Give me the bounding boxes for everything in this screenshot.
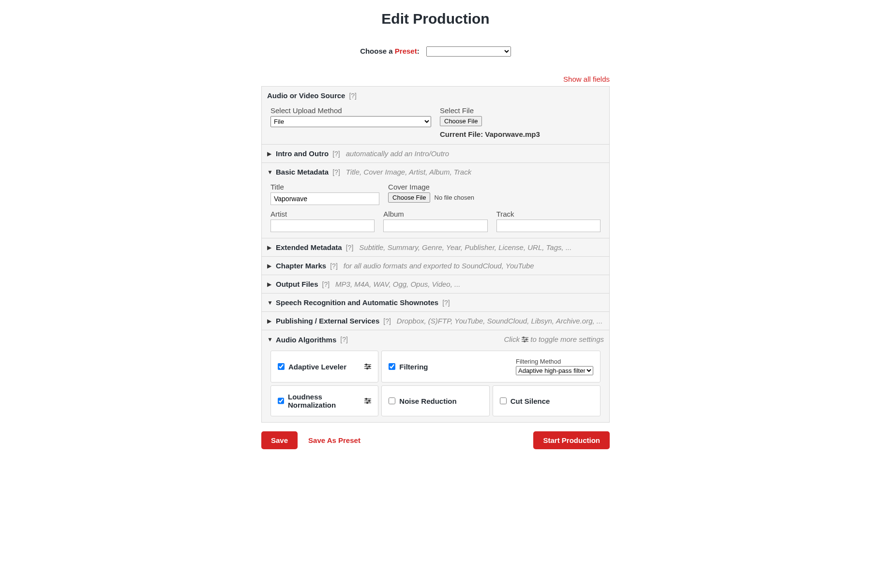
algo-noise-reduction: Noise Reduction [381,385,489,416]
section-algorithms-title: Audio Algorithms [276,336,336,344]
sliders-icon [522,336,528,344]
section-output: ▶ Output Files [?] MP3, M4A, WAV, Ogg, O… [262,275,609,294]
svg-point-15 [366,398,367,399]
filtering-method-select[interactable]: Adaptive high-pass filtering [516,366,593,375]
sliders-icon[interactable] [364,363,371,371]
select-file-label: Select File [440,106,601,115]
section-extended-title: Extended Metadata [276,243,342,251]
section-output-help[interactable]: [?] [322,280,330,288]
svg-point-9 [366,364,367,365]
algo-adaptive-leveler: Adaptive Leveler [270,351,378,382]
preset-label: Choose a Preset: [360,47,421,55]
preset-word: Preset [395,47,417,55]
algo-filtering: Filtering Filtering Method Adaptive high… [381,351,601,382]
section-intro-help[interactable]: [?] [332,150,340,158]
section-speech-help[interactable]: [?] [442,299,450,307]
show-all-row: Show all fields [261,75,610,83]
expand-icon: ▼ [267,299,273,306]
svg-point-17 [367,402,368,403]
algo-cut-silence: Cut Silence [493,385,601,416]
section-intro-title: Intro and Outro [276,149,329,158]
preset-label-prefix: Choose a [360,47,395,55]
preset-row: Choose a Preset: [261,46,610,57]
collapse-icon: ▶ [267,281,273,288]
filtering-label: Filtering [399,363,428,371]
section-algorithms-header[interactable]: ▼ Audio Algorithms [?] Click to toggle m… [262,330,609,349]
upload-method-label: Select Upload Method [270,106,431,115]
section-output-header[interactable]: ▶ Output Files [?] MP3, M4A, WAV, Ogg, O… [262,275,609,293]
section-intro: ▶ Intro and Outro [?] automatically add … [262,145,609,163]
algorithms-hint-suffix: to toggle more settings [528,335,604,343]
artist-label: Artist [270,210,375,218]
section-source: Audio or Video Source [?] Select Upload … [262,87,609,145]
track-input[interactable] [496,220,601,232]
album-input[interactable] [383,220,487,232]
section-algorithms: ▼ Audio Algorithms [?] Click to toggle m… [262,330,609,422]
cover-choose-file-button[interactable]: Choose File [388,192,430,203]
algorithms-hint: Click to toggle more settings [504,335,604,344]
section-output-desc: MP3, M4A, WAV, Ogg, Opus, Video, ... [335,280,460,288]
section-publishing-title: Publishing / External Services [276,317,379,325]
section-chapters: ▶ Chapter Marks [?] for all audio format… [262,257,609,275]
section-basic: ▼ Basic Metadata [?] Title, Cover Image,… [262,163,609,238]
section-speech-header[interactable]: ▼ Speech Recognition and Automatic Shown… [262,294,609,311]
section-source-help[interactable]: [?] [349,92,357,100]
preset-label-suffix: : [417,47,420,55]
show-all-fields-link[interactable]: Show all fields [563,75,610,83]
preset-select[interactable] [426,46,511,57]
current-file-row: Current File: Vaporwave.mp3 [440,130,601,138]
save-button[interactable]: Save [261,431,298,449]
section-extended-help[interactable]: [?] [346,244,354,251]
section-publishing-help[interactable]: [?] [383,317,391,325]
artist-input[interactable] [270,220,375,232]
collapse-icon: ▶ [267,318,273,324]
section-basic-header[interactable]: ▼ Basic Metadata [?] Title, Cover Image,… [262,163,609,181]
collapse-icon: ▶ [267,150,273,157]
section-chapters-title: Chapter Marks [276,262,326,270]
main-panel: Audio or Video Source [?] Select Upload … [261,86,610,423]
loudness-checkbox[interactable] [278,397,284,404]
section-output-title: Output Files [276,280,318,288]
section-intro-desc: automatically add an Intro/Outro [346,149,449,158]
page-title: Edit Production [261,11,610,27]
svg-point-11 [367,368,368,369]
cover-image-label: Cover Image [388,183,601,191]
loudness-label: Loudness Normalization [288,393,360,409]
algorithms-hint-prefix: Click [504,335,522,343]
adaptive-leveler-checkbox[interactable] [278,363,285,370]
footer: Save Save As Preset Start Production [261,431,610,469]
section-chapters-header[interactable]: ▶ Chapter Marks [?] for all audio format… [262,257,609,275]
section-source-header[interactable]: Audio or Video Source [?] [262,87,609,104]
section-intro-header[interactable]: ▶ Intro and Outro [?] automatically add … [262,145,609,162]
save-as-preset-button[interactable]: Save As Preset [308,436,360,444]
svg-point-3 [523,337,525,338]
sliders-icon[interactable] [364,397,371,405]
noise-reduction-checkbox[interactable] [389,397,395,404]
section-publishing: ▶ Publishing / External Services [?] Dro… [262,312,609,330]
upload-method-select[interactable]: File [270,116,431,127]
section-publishing-desc: Dropbox, (S)FTP, YouTube, SoundCloud, Li… [397,317,603,325]
algo-loudness: Loudness Normalization [270,385,378,416]
current-file-name: Vaporwave.mp3 [485,130,540,138]
section-basic-title: Basic Metadata [276,168,329,176]
svg-point-10 [369,366,370,367]
filtering-checkbox[interactable] [389,363,395,370]
section-extended-header[interactable]: ▶ Extended Metadata [?] Subtitle, Summar… [262,238,609,256]
section-publishing-header[interactable]: ▶ Publishing / External Services [?] Dro… [262,312,609,330]
expand-icon: ▼ [267,336,273,343]
filtering-method-label: Filtering Method [516,358,593,365]
section-basic-desc: Title, Cover Image, Artist, Album, Track [346,168,471,176]
noise-reduction-label: Noise Reduction [399,397,456,405]
section-algorithms-help[interactable]: [?] [340,336,348,343]
section-basic-help[interactable]: [?] [332,168,340,176]
cut-silence-checkbox[interactable] [500,397,507,404]
section-extended-desc: Subtitle, Summary, Genre, Year, Publishe… [359,243,571,251]
title-label: Title [270,183,379,191]
start-production-button[interactable]: Start Production [533,431,610,449]
title-input[interactable] [270,192,379,205]
section-chapters-help[interactable]: [?] [330,262,338,270]
svg-point-5 [524,341,526,342]
cover-no-file: No file chosen [435,194,474,201]
collapse-icon: ▶ [267,244,273,251]
choose-file-button[interactable]: Choose File [440,116,482,126]
